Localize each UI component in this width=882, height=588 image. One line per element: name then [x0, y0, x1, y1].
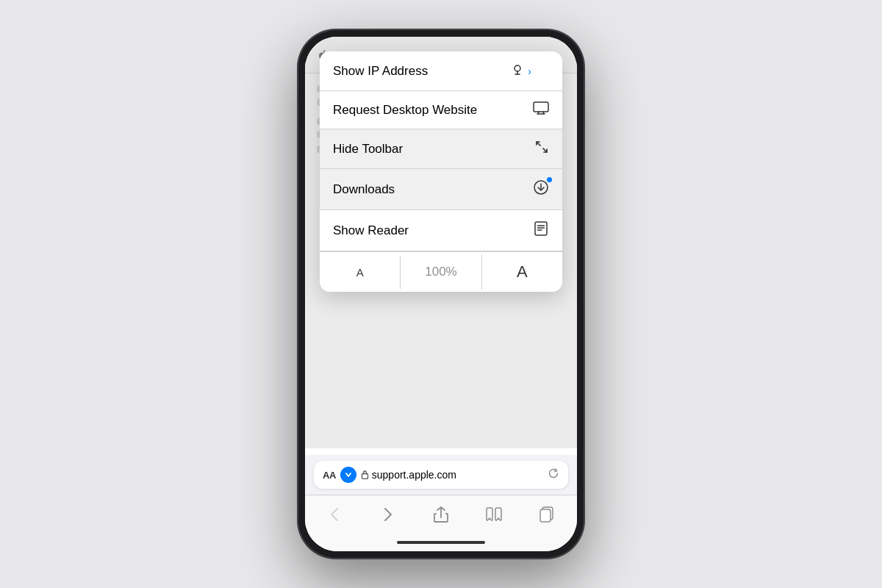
- svg-rect-3: [534, 102, 548, 112]
- svg-rect-15: [362, 473, 368, 478]
- address-bar-container: AA support.apple.com: [305, 455, 577, 495]
- aa-down-button[interactable]: [340, 467, 356, 483]
- address-bar[interactable]: AA support.apple.com: [314, 461, 568, 489]
- menu-item-request-desktop[interactable]: Request Desktop Website: [320, 91, 562, 129]
- font-size-decrease-button[interactable]: A: [320, 256, 401, 289]
- font-size-increase-button[interactable]: A: [482, 252, 562, 292]
- context-menu: Show IP Address › Request Desktop Websit…: [320, 51, 562, 292]
- svg-point-0: [514, 65, 520, 71]
- menu-item-hide-toolbar[interactable]: Hide Toolbar: [320, 129, 562, 169]
- font-size-value: 100%: [425, 265, 456, 279]
- menu-item-downloads[interactable]: Downloads: [320, 169, 562, 210]
- bookmarks-button[interactable]: [478, 501, 510, 528]
- menu-item-show-reader[interactable]: Show Reader: [320, 210, 562, 251]
- home-bar: [397, 541, 485, 544]
- bottom-section: AA support.apple.com: [305, 455, 577, 551]
- back-button[interactable]: [318, 501, 351, 528]
- chevron-right-icon: ›: [528, 65, 531, 77]
- menu-item-show-ip[interactable]: Show IP Address ›: [320, 51, 562, 91]
- lock-icon: [361, 470, 369, 481]
- share-button[interactable]: [425, 501, 457, 528]
- font-size-percent-display: 100%: [401, 254, 481, 290]
- downloads-notification-dot: [547, 177, 552, 182]
- browser-toolbar: [305, 495, 577, 538]
- desktop-icon: [533, 101, 549, 118]
- phone-frame: Site Map Show IP Address ›: [298, 29, 584, 559]
- location-icon: [510, 62, 525, 80]
- svg-rect-11: [535, 222, 547, 235]
- phone-screen: Site Map Show IP Address ›: [305, 37, 577, 551]
- reader-icon: [533, 220, 549, 240]
- font-size-small-a: A: [356, 266, 364, 279]
- show-ip-label: Show IP Address: [333, 64, 428, 79]
- url-section: support.apple.com: [361, 469, 543, 481]
- font-size-row: A 100% A: [320, 251, 562, 292]
- reload-icon[interactable]: [548, 467, 559, 482]
- download-icon: [533, 179, 549, 199]
- aa-label[interactable]: AA: [323, 470, 336, 481]
- request-desktop-label: Request Desktop Website: [333, 103, 477, 118]
- downloads-label: Downloads: [333, 182, 395, 197]
- hide-toolbar-label: Hide Toolbar: [333, 142, 403, 157]
- font-size-large-a: A: [517, 262, 528, 282]
- expand-icon: [534, 140, 549, 158]
- url-text: support.apple.com: [372, 469, 456, 481]
- tabs-button[interactable]: [531, 501, 564, 528]
- show-reader-label: Show Reader: [333, 223, 409, 238]
- forward-button[interactable]: [372, 501, 404, 528]
- home-indicator: [305, 538, 577, 551]
- svg-rect-17: [540, 509, 551, 522]
